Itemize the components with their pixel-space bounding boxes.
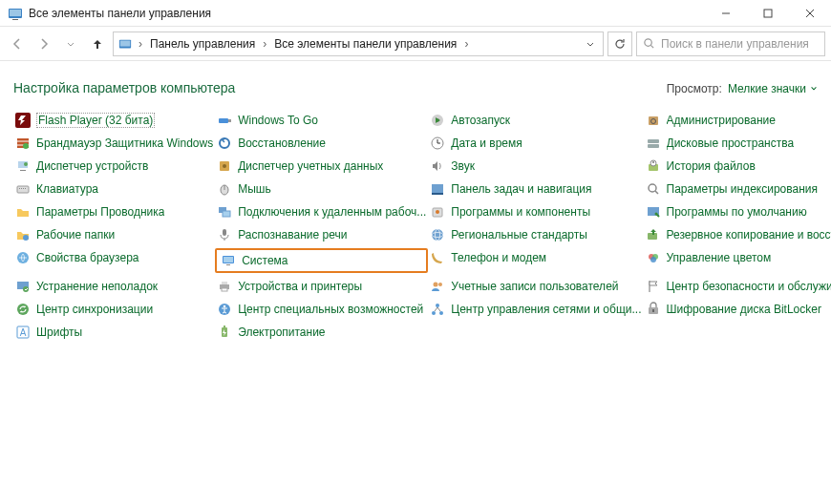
chevron-right-icon[interactable]: › [462,37,470,51]
printer-icon [217,279,232,294]
navbar: › Панель управления › Все элементы панел… [0,27,831,61]
cp-item-credential-manager[interactable]: Диспетчер учетных данных [215,157,428,176]
recovery-icon [217,136,232,151]
cp-item-user-accounts[interactable]: Учетные записи пользователей [428,277,643,296]
cp-item-windows-to-go[interactable]: Windows To Go [215,111,428,130]
cp-item-autoplay[interactable]: Автозапуск [428,111,643,130]
cp-item-region[interactable]: Региональные стандарты [428,225,643,244]
cp-item-color-management[interactable]: Управление цветом [644,248,832,267]
cp-item-backup-restore[interactable]: Резервное копирование и восстан... [644,225,832,244]
svg-rect-54 [223,229,226,236]
item-label: Flash Player (32 бита) [36,113,155,128]
maximize-button[interactable] [747,0,789,27]
search-box[interactable] [636,32,825,56]
cp-item-system[interactable]: Система [215,248,428,273]
cp-item-phone-modem[interactable]: Телефон и модем [428,248,643,267]
chevron-right-icon[interactable]: › [261,37,268,51]
cp-item-admin-tools[interactable]: Администрирование [644,111,832,130]
address-bar[interactable]: › Панель управления › Все элементы панел… [113,32,604,56]
back-button[interactable] [6,32,29,55]
cp-item-file-history[interactable]: История файлов [644,157,832,176]
cp-item-keyboard[interactable]: Клавиатура [13,179,215,199]
item-label: Распознавание речи [238,228,347,242]
svg-rect-37 [19,188,20,189]
cp-item-devices-printers[interactable]: Устройства и принтеры [215,277,428,296]
cp-item-power-options[interactable]: Электропитание [215,323,428,342]
item-label: Клавиатура [36,182,98,196]
svg-rect-36 [17,186,29,193]
cp-item-work-folders[interactable]: Рабочие папки [13,225,215,244]
fonts-icon: A [15,325,31,340]
svg-line-10 [650,45,653,48]
cp-item-date-time[interactable]: Дата и время [428,134,643,153]
svg-rect-1 [10,10,21,16]
minimize-button[interactable] [705,0,747,27]
cp-item-explorer-options[interactable]: Параметры Проводника [13,202,215,221]
phone-icon [430,250,445,265]
item-label: Диспетчер учетных данных [238,159,383,173]
refresh-button[interactable] [607,32,632,56]
cp-item-network-sharing[interactable]: Центр управления сетями и общи... [428,300,643,319]
cp-item-programs-features[interactable]: Программы и компоненты [428,202,643,221]
item-label: Параметры Проводника [36,205,164,219]
cp-item-fonts[interactable]: AШрифты [13,323,215,342]
item-label: Подключения к удаленным рабоч... [238,205,426,219]
address-dropdown-icon[interactable] [582,39,599,49]
cp-item-internet-options[interactable]: Свойства браузера [13,248,215,267]
recent-dropdown-icon[interactable] [59,32,82,55]
cp-item-security-maintenance[interactable]: Центр безопасности и обслужив... [644,277,832,296]
close-button[interactable] [789,0,831,27]
item-label: Система [242,254,288,267]
cp-item-ease-of-access[interactable]: Центр специальных возможностей [215,300,428,319]
cp-item-taskbar[interactable]: Панель задач и навигация [428,179,643,199]
cp-item-device-manager[interactable]: Диспетчер устройств [13,157,215,176]
svg-rect-12 [219,118,228,123]
item-label: Параметры индексирования [667,182,818,196]
svg-rect-29 [20,170,26,171]
view-selector[interactable]: Мелкие значки [728,82,818,95]
svg-rect-2 [12,19,18,20]
cp-item-recovery[interactable]: Восстановление [215,134,428,153]
remote-icon [217,204,232,220]
chevron-down-icon [810,85,818,93]
breadcrumb-root[interactable]: Панель управления [148,37,257,51]
storage-icon [646,136,661,151]
svg-point-79 [439,311,443,315]
svg-point-45 [649,184,656,192]
forward-button[interactable] [32,32,55,55]
cp-item-firewall[interactable]: Брандмауэр Защитника Windows [13,134,215,153]
programs-icon [430,204,445,220]
cp-item-bitlocker[interactable]: Шифрование диска BitLocker [644,300,832,319]
cp-item-storage-spaces[interactable]: Дисковые пространства [644,134,832,153]
svg-point-32 [223,164,226,168]
device-manager-icon [15,158,31,174]
folder-options-icon [15,204,31,220]
item-label: Звук [451,159,475,173]
svg-rect-43 [432,184,443,193]
cp-item-sync-center[interactable]: Центр синхронизации [13,300,215,319]
content-header: Настройка параметров компьютера Просмотр… [13,80,818,95]
cp-item-default-programs[interactable]: Программы по умолчанию [644,202,832,221]
item-label: Администрирование [667,114,776,127]
svg-point-66 [650,257,656,262]
clock-icon [430,136,445,151]
item-label: Центр управления сетями и общи... [451,303,641,316]
item-label: Автозапуск [451,114,510,127]
sync-icon [15,302,31,317]
cp-item-speech[interactable]: Распознавание речи [215,225,428,244]
chevron-right-icon[interactable]: › [137,37,144,51]
system-icon [221,253,236,268]
search-input[interactable] [661,37,819,51]
cp-item-troubleshooting[interactable]: Устранение неполадок [13,277,215,296]
cp-item-mouse[interactable]: Мышь [215,179,428,199]
cp-item-remote-desktop[interactable]: Подключения к удаленным рабоч... [215,202,428,221]
titlebar: Все элементы панели управления [0,0,831,27]
item-label: Центр синхронизации [36,303,153,316]
cp-item-flash-player[interactable]: Flash Player (32 бита) [13,111,215,130]
backup-icon [646,227,661,242]
cp-item-indexing[interactable]: Параметры индексирования [644,179,832,199]
cp-item-sound[interactable]: Звук [428,157,643,176]
vault-icon [217,158,232,174]
breadcrumb-current[interactable]: Все элементы панели управления [272,37,458,51]
up-button[interactable] [86,32,109,55]
